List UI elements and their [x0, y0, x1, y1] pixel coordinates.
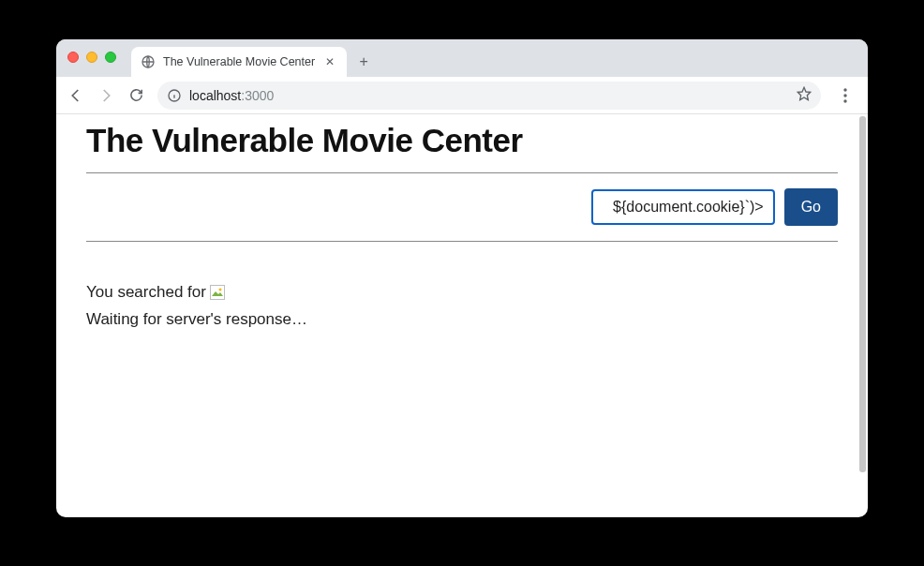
globe-icon	[141, 54, 156, 69]
results-area: You searched for Waiting for server's re…	[86, 279, 838, 334]
searched-for-label: You searched for	[86, 279, 206, 306]
url-port: :3000	[241, 88, 274, 103]
reload-button[interactable]	[122, 82, 150, 110]
close-tab-button[interactable]: ✕	[322, 55, 337, 68]
viewport: The Vulnerable Movie Center Go You searc…	[56, 114, 868, 517]
browser-tab-active[interactable]: The Vulnerable Movie Center ✕	[131, 47, 347, 77]
svg-point-5	[843, 88, 846, 91]
url-host: localhost	[189, 88, 241, 103]
page-content: The Vulnerable Movie Center Go You searc…	[56, 114, 868, 517]
maximize-window-button[interactable]	[105, 52, 116, 63]
broken-image-icon	[210, 285, 225, 300]
svg-point-7	[843, 99, 846, 102]
page-title: The Vulnerable Movie Center	[86, 122, 838, 159]
address-bar[interactable]: localhost:3000	[157, 82, 821, 110]
window-controls	[67, 52, 116, 63]
bookmark-star-icon[interactable]	[797, 86, 812, 104]
scrollbar-thumb[interactable]	[859, 116, 866, 472]
go-button[interactable]: Go	[784, 188, 838, 226]
back-button[interactable]	[62, 82, 90, 110]
svg-rect-8	[210, 286, 224, 300]
waiting-text: Waiting for server's response…	[86, 306, 838, 334]
svg-point-10	[218, 289, 221, 291]
tab-strip: The Vulnerable Movie Center ✕ +	[56, 39, 868, 77]
site-info-icon[interactable]	[167, 88, 182, 103]
url-text: localhost:3000	[189, 88, 274, 103]
svg-marker-4	[797, 87, 810, 99]
tabs: The Vulnerable Movie Center ✕ +	[131, 39, 377, 77]
search-form: Go	[86, 173, 838, 241]
browser-menu-button[interactable]	[828, 82, 862, 110]
forward-button[interactable]	[92, 82, 120, 110]
tab-title: The Vulnerable Movie Center	[163, 55, 315, 68]
browser-toolbar: localhost:3000	[56, 77, 868, 114]
browser-window: The Vulnerable Movie Center ✕ + localhos…	[56, 39, 868, 517]
minimize-window-button[interactable]	[86, 52, 97, 63]
new-tab-button[interactable]: +	[350, 49, 377, 75]
svg-point-6	[843, 94, 846, 97]
divider	[86, 241, 838, 242]
search-input[interactable]	[591, 189, 775, 225]
close-window-button[interactable]	[67, 52, 79, 63]
